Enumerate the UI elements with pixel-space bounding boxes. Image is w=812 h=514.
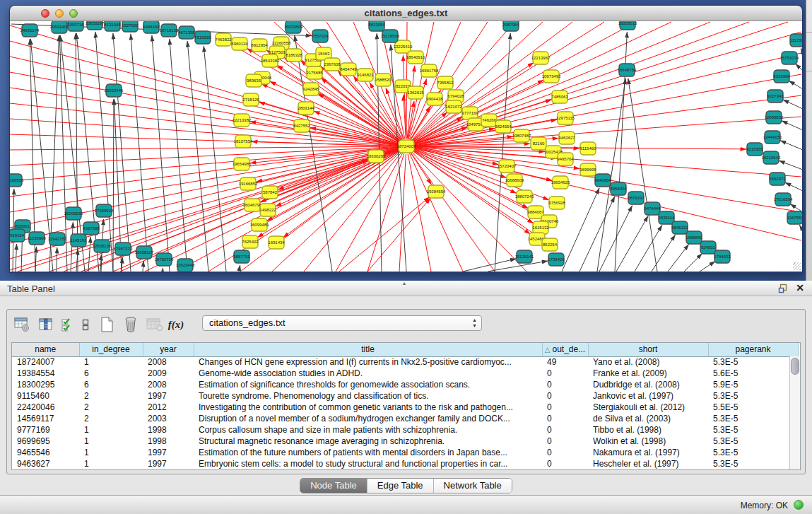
tab-edge-table[interactable]: Edge Table	[367, 479, 434, 493]
graph-node[interactable]: 10807487	[512, 129, 531, 142]
table-mode-button[interactable]	[11, 315, 33, 334]
graph-node[interactable]: 9463627	[558, 132, 575, 144]
graph-node[interactable]: 82160	[531, 137, 546, 150]
graph-node[interactable]: 1498222	[259, 204, 276, 216]
graph-node[interactable]: 16033809	[284, 21, 303, 33]
graph-node[interactable]: 19166852	[239, 177, 258, 190]
graph-node[interactable]: 16648784	[618, 64, 637, 76]
graph-node[interactable]: 7485063	[551, 90, 568, 103]
graph-node[interactable]: 17359924	[95, 204, 114, 217]
graph-node[interactable]: 18543382	[261, 54, 280, 67]
graph-node[interactable]: 11156869	[28, 232, 46, 245]
graph-node[interactable]: 939154	[10, 229, 25, 242]
graph-node[interactable]: 1695841	[686, 231, 702, 244]
graph-node[interactable]: 18107554	[234, 135, 253, 148]
graph-node[interactable]: 3824554	[495, 120, 512, 133]
graph-node[interactable]: 2093718	[67, 21, 84, 31]
graph-node[interactable]: 852254	[542, 238, 558, 251]
graph-node[interactable]: 17957223	[114, 243, 133, 255]
float-panel-icon[interactable]	[778, 284, 788, 293]
column-header-in-degree[interactable]: in_degree	[79, 343, 143, 356]
graph-node[interactable]: 587842	[262, 186, 278, 199]
graph-node[interactable]: 12213967	[531, 52, 551, 64]
graph-node[interactable]: 18300295	[367, 150, 386, 163]
graph-node[interactable]: 9474444	[644, 202, 661, 215]
graph-node[interactable]: 15218506	[381, 30, 400, 42]
graph-node[interactable]: 9397588	[83, 222, 100, 235]
graph-node[interactable]: 8454749	[340, 63, 357, 76]
table-row[interactable]: 977716911998Corpus callosum shape and si…	[12, 424, 798, 436]
graph-node[interactable]: 1112304	[790, 34, 802, 47]
graph-node[interactable]: 9495764	[557, 153, 574, 165]
graph-node[interactable]: 989635	[246, 74, 261, 87]
graph-node[interactable]: 1621072	[445, 100, 462, 113]
graph-node[interactable]: 2718126	[242, 93, 259, 106]
graph-node[interactable]: 18807243	[515, 190, 534, 203]
graph-node[interactable]: 9329966	[773, 70, 790, 83]
close-panel-icon[interactable]: ✕	[796, 282, 804, 293]
table-row[interactable]: 1456911722003Disruption of a novel membe…	[12, 413, 798, 424]
table-row[interactable]: 1872400712008Changes of HCN gene express…	[12, 356, 798, 368]
graph-node[interactable]: 9227343	[767, 90, 784, 103]
graph-node[interactable]: 8186328	[286, 49, 302, 62]
graph-node[interactable]: 2087954	[502, 21, 519, 31]
graph-node[interactable]: 9857791	[233, 250, 250, 263]
graph-node[interactable]: 26206535	[64, 207, 83, 220]
graph-node[interactable]: 1588520	[375, 74, 392, 86]
graph-node[interactable]: 12923448	[176, 259, 195, 271]
graph-node[interactable]: 8813054	[368, 21, 385, 31]
graph-node[interactable]: 7463822	[215, 33, 232, 46]
table-row[interactable]: 1830029562008Estimation of significance …	[12, 379, 798, 390]
graph-node[interactable]: 16099489	[250, 218, 269, 231]
window-titlebar[interactable]: citations_edges.txt	[10, 6, 802, 21]
graph-node[interactable]: 1733426	[548, 253, 565, 266]
graph-node[interactable]: 26053346	[105, 84, 124, 97]
graph-node[interactable]: 1527602	[122, 21, 139, 32]
graph-node[interactable]: 10653287	[86, 21, 105, 30]
graph-node[interactable]: 12505135	[93, 240, 112, 252]
graph-node[interactable]: 1167550	[787, 211, 802, 224]
graph-node[interactable]: 9845122	[671, 221, 688, 234]
graph-node[interactable]: 7955812	[437, 76, 454, 89]
graph-node[interactable]: 17016504	[774, 193, 793, 206]
table-row[interactable]: 946362711997Embryonic stem cells: a mode…	[12, 458, 798, 469]
graph-node[interactable]: 1362615	[407, 86, 424, 99]
splitter-handle-icon[interactable]: ▴	[403, 280, 406, 286]
column-header-short[interactable]: short	[588, 343, 708, 356]
graph-node[interactable]: 9115460	[580, 142, 597, 155]
graph-node[interactable]: 16958107	[135, 246, 154, 259]
graph-node[interactable]: 12213382	[233, 114, 252, 127]
column-header-name[interactable]: name	[12, 343, 79, 356]
graph-node[interactable]: 6466160	[143, 21, 160, 33]
graph-node[interactable]: 5960124	[231, 37, 248, 50]
graph-node[interactable]: 7625402	[242, 235, 259, 248]
graph-node[interactable]: 15135141	[515, 250, 534, 263]
column-header-out-de[interactable]: △out_de...	[542, 343, 588, 356]
selection-mode-button[interactable]	[59, 315, 75, 334]
graph-node[interactable]: 16782759	[155, 253, 174, 266]
graph-node[interactable]: 24935574	[20, 24, 40, 37]
citation-network-graph[interactable]: 1872400774638225960124891295422260558912…	[10, 21, 802, 271]
graph-node[interactable]: 10719135	[160, 24, 179, 37]
graph-node[interactable]: 12444150	[763, 131, 782, 144]
tab-network-table[interactable]: Network Table	[434, 479, 512, 493]
graph-node[interactable]: 1691434	[268, 236, 285, 249]
graph-node[interactable]: 2803144	[298, 102, 314, 115]
graph-node[interactable]: 20691406	[50, 21, 69, 33]
table-row[interactable]: 946554611997Estimation of the future num…	[12, 447, 798, 458]
graph-node[interactable]: 8131044	[104, 21, 121, 31]
table-row[interactable]: 969969511998Structural magnetic resonanc…	[12, 436, 798, 447]
graph-node[interactable]: 16961758	[420, 64, 439, 77]
graph-node[interactable]: 15720407	[498, 160, 517, 173]
delete-column-button[interactable]	[120, 315, 141, 334]
create-column-button[interactable]	[96, 315, 117, 334]
graph-node[interactable]: 25260550	[10, 174, 24, 187]
graph-node[interactable]: 8427552	[293, 119, 310, 132]
table-select-dropdown[interactable]: citations_edges.txt ▲▼	[202, 315, 482, 331]
graph-node[interactable]: 8912954	[251, 39, 268, 52]
graph-node[interactable]: 6879197	[628, 192, 645, 204]
graph-node[interactable]: 18640910	[406, 51, 425, 64]
graph-node[interactable]: 5692971	[769, 173, 786, 185]
resize-grip[interactable]	[793, 262, 801, 270]
graph-node[interactable]: 12093832	[765, 111, 784, 124]
